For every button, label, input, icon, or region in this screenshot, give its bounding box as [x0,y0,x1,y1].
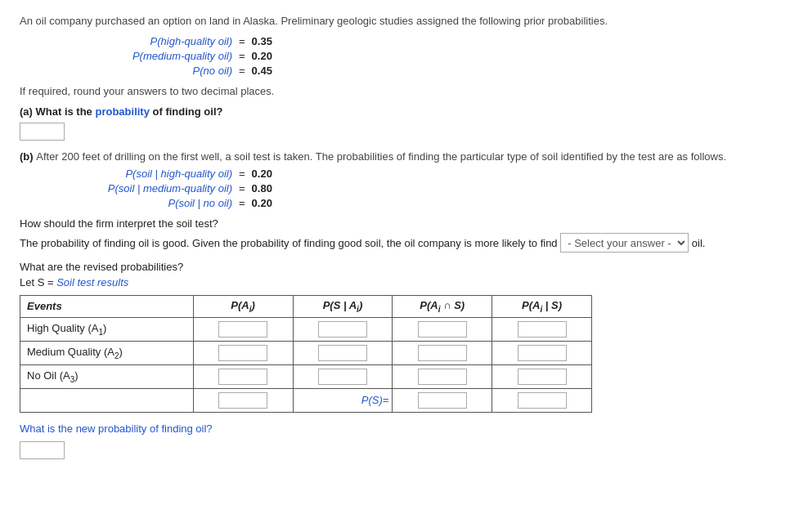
new-prob-question: What is the new probability of finding o… [20,422,788,435]
input-no-pais2[interactable] [518,369,567,385]
input-total-pais[interactable] [418,392,467,409]
part-b: (b) After 200 feet of drilling on the fi… [20,150,788,459]
prior-val-3: 0.45 [252,65,272,77]
input-total-pais2[interactable] [518,392,567,409]
cell-hq-pa[interactable] [193,317,293,341]
soil-row-3: P(soil | no oil) = 0.20 [52,197,788,209]
prior-row-1: P(high-quality oil) = 0.35 [52,35,788,47]
total-pa[interactable] [193,388,293,412]
soil-val-2: 0.80 [252,182,272,194]
cell-mq-pa[interactable] [193,341,293,364]
soil-label-1: P(soil | high-quality oil) [52,168,232,180]
input-no-pais[interactable] [418,369,467,385]
cell-mq-psa[interactable] [293,341,393,364]
soil-row-1: P(soil | high-quality oil) = 0.20 [52,168,788,180]
cell-mq-pais[interactable] [393,341,492,364]
input-no-psa[interactable] [318,369,367,385]
part-b-label: (b) After 200 feet of drilling on the fi… [20,150,788,163]
cell-no-psa[interactable] [293,364,393,388]
event-hq: High Quality (A1) [20,317,194,341]
table-row-no: No Oil (A3) [20,364,592,388]
interpret-answer-row: The probability of finding oil is good. … [20,233,788,253]
table-row-hq: High Quality (A1) [20,317,592,341]
input-hq-psa[interactable] [318,321,367,338]
soil-val-1: 0.20 [252,168,272,180]
new-prob-answer-input[interactable] [20,441,65,459]
col-pais2: P(Ai | S) [492,296,592,318]
round-note: If required, round your answers to two d… [20,85,788,97]
input-hq-pais[interactable] [418,321,467,338]
cell-no-pais[interactable] [393,364,492,388]
prior-row-2: P(medium-quality oil) = 0.20 [52,50,788,62]
prior-label-3: P(no oil) [52,65,232,77]
input-no-pa[interactable] [218,369,267,385]
revised-question: What are the revised probabilities? [20,261,788,273]
prior-eq-2: = [239,50,245,62]
input-mq-psa[interactable] [318,345,367,361]
prior-label-1: P(high-quality oil) [52,35,232,47]
cell-no-pais2[interactable] [492,364,592,388]
part-a: (a) What is the probability of finding o… [20,105,788,141]
table-row-total: P(S)= [20,388,592,412]
event-mq: Medium Quality (A2) [20,341,194,364]
part-a-part: (a) [20,105,33,118]
soil-probs: P(soil | high-quality oil) = 0.20 P(soil… [20,168,788,209]
prior-row-3: P(no oil) = 0.45 [52,65,788,77]
input-hq-pais2[interactable] [518,321,567,338]
cell-hq-pais2[interactable] [492,317,592,341]
soil-label-2: P(soil | medium-quality oil) [52,182,232,194]
cell-hq-psa[interactable] [293,317,393,341]
soil-eq-3: = [239,197,245,209]
soil-label-3: P(soil | no oil) [52,197,232,209]
prior-val-1: 0.35 [252,35,272,47]
prior-probs: P(high-quality oil) = 0.35 P(medium-qual… [20,35,788,77]
soil-row-2: P(soil | medium-quality oil) = 0.80 [52,182,788,194]
prior-eq-3: = [239,65,245,77]
cell-mq-pais2[interactable] [492,341,592,364]
table-header-row: Events P(Ai) P(S | Ai) P(Ai ∩ S) P(Ai | … [20,296,592,318]
interpret-before-text: The probability of finding oil is good. … [20,237,558,249]
cell-hq-pais[interactable] [393,317,492,341]
col-psa: P(S | Ai) [293,296,393,318]
prior-eq-1: = [239,35,245,47]
part-b-part: (b) [20,150,34,163]
input-mq-pais2[interactable] [518,345,567,361]
col-events: Events [20,296,194,318]
interpret-question: How should the firm interpret the soil t… [20,217,788,230]
prior-val-2: 0.20 [252,50,272,62]
part-a-answer-input[interactable] [20,123,65,141]
part-a-question: What is the probability of finding oil? [36,105,223,118]
part-a-label: (a) What is the probability of finding o… [20,105,788,118]
soil-val-3: 0.20 [252,197,272,209]
soil-test-label: Soil test results [56,276,128,288]
cell-no-pa[interactable] [193,364,293,388]
table-row-mq: Medium Quality (A2) [20,341,592,364]
total-empty-1 [20,388,194,412]
col-pais: P(Ai ∩ S) [393,296,492,318]
revised-probs-table: Events P(Ai) P(S | Ai) P(Ai ∩ S) P(Ai | … [20,295,592,413]
intro-text: An oil company purchased an option on la… [20,15,788,27]
total-pais2[interactable] [492,388,592,412]
total-psa-label: P(S)= [293,388,393,412]
input-hq-pa[interactable] [218,321,267,338]
soil-eq-2: = [239,182,245,194]
total-pais[interactable] [393,388,492,412]
col-pa: P(Ai) [193,296,293,318]
input-mq-pa[interactable] [218,345,267,361]
interpret-after-text: oil. [692,237,706,249]
soil-eq-1: = [239,168,245,180]
let-s-text: Let S = Soil test results [20,276,788,288]
prior-label-2: P(medium-quality oil) [52,50,232,62]
new-prob-text: What is the new probability of finding o… [20,422,213,435]
input-total-pa[interactable] [218,392,267,409]
part-b-intro-text: After 200 feet of drilling on the first … [36,150,726,163]
event-no: No Oil (A3) [20,364,194,388]
answer-select[interactable]: - Select your answer - high-quality oil … [560,233,689,253]
input-mq-pais[interactable] [418,345,467,361]
